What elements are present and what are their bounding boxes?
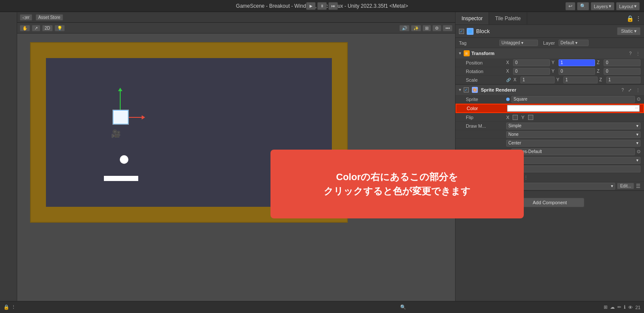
play-controls: ▶ ⏸ ⏭: [306, 2, 338, 10]
flip-x-label: X: [506, 115, 509, 120]
scene-canvas: 🎥 Colorの右にあるこの部分を クリックすると色が変更できます: [17, 34, 455, 313]
tag-label: Tag: [459, 40, 498, 46]
scale-row: Scale 🔗 X 1 Y 1 Z 1: [456, 76, 644, 84]
zero-field[interactable]: 0: [506, 166, 641, 172]
sprites-default-field[interactable]: Sprites-Default: [511, 148, 635, 155]
sprite-renderer-toggle[interactable]: ✓: [464, 87, 469, 92]
sprite-renderer-more[interactable]: ⋮: [635, 88, 641, 92]
center-dropdown[interactable]: Center ▾: [506, 140, 641, 147]
none-row: None ▾: [456, 130, 644, 139]
scale-x-field[interactable]: 1: [520, 77, 555, 83]
sprite-renderer-help[interactable]: ?: [620, 88, 625, 92]
tab-tile-palette[interactable]: Tile Palette: [489, 12, 527, 25]
scene-toolbar: ✋ ↗ 2D 💡 🔊 ✨ ⊞ ⚙ •••: [17, 23, 455, 34]
flip-row: Flip X Y: [456, 113, 644, 122]
tag-layer-row: Tag Untagged ▾ Layer Default ▾: [456, 38, 644, 48]
object-name[interactable]: Block: [476, 28, 490, 34]
transform-header[interactable]: ▼ ⊞ Transform ? ⋮: [456, 48, 644, 58]
inspector-tab-actions: 🔒 ⋮: [626, 12, 644, 25]
draw-mode-dropdown[interactable]: Simple ▾: [506, 123, 641, 129]
scale-y-field[interactable]: 1: [563, 77, 598, 83]
object-active-toggle[interactable]: ✓: [459, 29, 464, 34]
flip-y-checkbox[interactable]: [528, 115, 533, 120]
y-axis-arrow: [120, 90, 121, 112]
pos-x-field[interactable]: 0: [513, 59, 550, 66]
camera-icon: 🎥: [111, 129, 121, 138]
edit-button[interactable]: Edit...: [617, 183, 634, 189]
layer-dropdown[interactable]: Default ▾: [559, 40, 589, 46]
rot-y-field[interactable]: 0: [559, 68, 595, 75]
transform-icon: ⊞: [464, 50, 470, 56]
color-picker-icon: ✏: [635, 106, 638, 110]
fault-edit-value: ▾ Edit... ☰: [506, 183, 641, 190]
step-button[interactable]: ⏭: [328, 2, 338, 10]
effects-btn[interactable]: ✨: [411, 25, 421, 31]
paddle-object: [104, 176, 138, 181]
sprite-renderer-expand[interactable]: ⤢: [627, 88, 633, 92]
title-bar: GameScene - Breakout - Windows, Mac, Lin…: [0, 0, 644, 12]
gizmos-btn[interactable]: ⚙: [432, 25, 441, 31]
pos-y-field[interactable]: 1: [559, 59, 595, 66]
object-icon: [467, 28, 474, 35]
transform-more[interactable]: ⋮: [635, 51, 641, 56]
play-button[interactable]: ▶: [306, 2, 316, 10]
none-dropdown[interactable]: None ▾: [506, 131, 641, 138]
scene-column: ◁er Asset Store ✋ ↗ 2D 💡 🔊 ✨ ⊞ ⚙ •••: [17, 12, 455, 313]
right-toolbar-icons: 🔊 ✨ ⊞ ⚙ •••: [399, 25, 453, 31]
layout-dropdown[interactable]: Layout ▾: [616, 2, 640, 10]
lock-icon[interactable]: 🔒: [626, 15, 634, 22]
annotation-text: Colorの右にあるこの部分を クリックすると色が変更できます: [324, 170, 471, 198]
pos-z-field[interactable]: 0: [604, 59, 641, 66]
sprite-renderer-name: Sprite Renderer: [481, 87, 516, 92]
sprite-field[interactable]: Square: [511, 96, 635, 103]
sprite-renderer-icon: 🎨: [472, 87, 478, 93]
pause-button[interactable]: ⏸: [317, 2, 327, 10]
pos-y-label: Y: [552, 60, 557, 65]
svg-rect-0: [468, 30, 472, 33]
toolbar-btn-1[interactable]: ✋: [20, 25, 30, 31]
sprite-dot: [506, 98, 510, 101]
layer-label: Layer: [543, 40, 555, 46]
tag-dropdown[interactable]: Untagged ▾: [499, 40, 538, 46]
flip-x-checkbox[interactable]: [513, 115, 518, 120]
draw-mode-row: Draw M... Simple ▾: [456, 122, 644, 130]
scale-z-field[interactable]: 1: [606, 77, 641, 83]
status-dots: ⋮: [11, 304, 16, 310]
status-eye-icon: 👁: [628, 305, 633, 310]
static-button[interactable]: Static ▾: [617, 27, 641, 35]
status-bar: 🔒 ⋮ 🔍 ⊞ ☁ ✏ ℹ 👁 21: [0, 301, 644, 313]
rotation-row: Rotation X 0 Y 0 Z 0: [456, 67, 644, 76]
ball-object: [120, 155, 128, 164]
default-dropdown[interactable]: Default ▾: [506, 157, 641, 164]
sprite-label: Sprite: [466, 97, 504, 102]
more-options-icon[interactable]: ⋮: [635, 15, 641, 22]
tab-inspector[interactable]: Inspector: [456, 12, 489, 25]
sprites-default-link[interactable]: ⊙: [637, 149, 641, 154]
toolbar-btn-2[interactable]: ↗: [32, 25, 40, 31]
rot-z-field[interactable]: 0: [604, 68, 641, 75]
search-button[interactable]: 🔍: [577, 2, 589, 10]
grid-btn[interactable]: ⊞: [422, 25, 431, 31]
history-button[interactable]: ↩: [565, 2, 575, 10]
top-right-controls: ↩ 🔍 Layers ▾ Layout ▾: [565, 2, 640, 10]
nav-back[interactable]: ◁er: [20, 14, 32, 21]
lighting-btn[interactable]: 💡: [55, 25, 65, 31]
sprite-link-icon[interactable]: ⊙: [637, 96, 641, 102]
asset-store-tab[interactable]: Asset Store: [36, 14, 63, 21]
status-icon-2: ☁: [610, 304, 615, 310]
add-component-button[interactable]: Add Component: [515, 198, 585, 207]
sprite-renderer-header[interactable]: ▼ ✓ 🎨 Sprite Renderer ? ⤢ ⋮: [456, 85, 644, 95]
sprite-row: Sprite Square ⊙: [456, 95, 644, 104]
block-game-object[interactable]: [112, 110, 129, 125]
link-icon: 🔗: [506, 78, 511, 82]
flip-y-label: Y: [521, 115, 524, 120]
more-btn[interactable]: •••: [443, 25, 453, 31]
layers-label: Layers: [594, 4, 608, 9]
audio-btn[interactable]: 🔊: [399, 25, 410, 31]
transform-help[interactable]: ?: [628, 51, 633, 56]
rot-x-field[interactable]: 0: [513, 68, 550, 75]
layers-dropdown[interactable]: Layers ▾: [591, 2, 614, 10]
list-view-icon[interactable]: ☰: [636, 183, 641, 189]
2d-toggle[interactable]: 2D: [42, 25, 53, 31]
color-swatch[interactable]: ✏: [507, 105, 640, 112]
